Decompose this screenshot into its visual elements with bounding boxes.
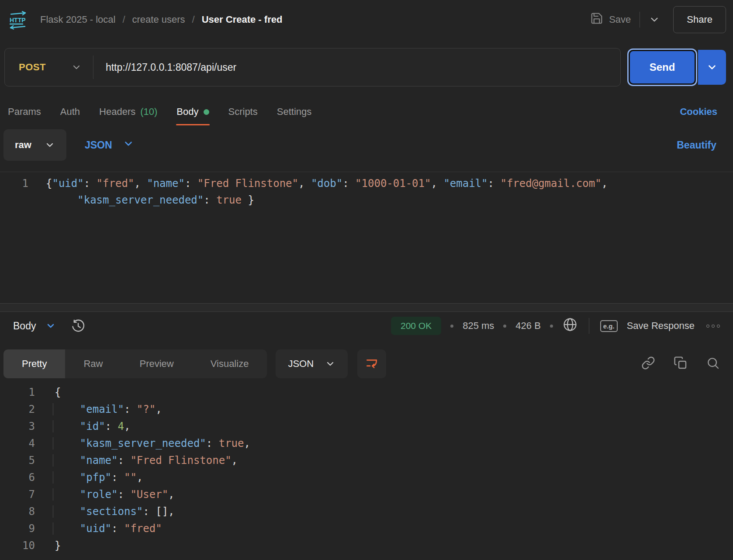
method-selector[interactable]: POST (5, 62, 93, 73)
response-toolbar: PrettyRawPreviewVisualize JSON (3, 349, 726, 378)
token-key: "role" (80, 488, 118, 501)
body-type-chevron-icon (45, 140, 55, 150)
code-content: "pfp": "", (55, 471, 143, 484)
code-content: "sections": [], (55, 505, 175, 518)
token-punc: : (111, 522, 124, 535)
token-punc: : (488, 177, 501, 190)
code-content: "id": 4, (55, 420, 130, 432)
app-header: HTTP Flask 2025 - local / create users /… (0, 0, 733, 39)
breadcrumb-folder[interactable]: create users (132, 14, 185, 25)
tab-params[interactable]: Params (8, 106, 41, 118)
response-history-icon[interactable] (71, 318, 86, 333)
breadcrumb-collection[interactable]: Flask 2025 - local (40, 14, 115, 25)
save-label: Save (609, 14, 631, 25)
code-line: 10} (0, 537, 733, 554)
token-punc: : (342, 177, 355, 190)
tab-label: Params (8, 106, 41, 118)
copy-icon[interactable] (674, 356, 688, 372)
tab-settings[interactable]: Settings (277, 106, 312, 118)
code-line: 6 "pfp": "", (0, 469, 733, 486)
token-punc (55, 454, 80, 467)
token-punc: , (602, 177, 608, 190)
code-content: "kasm_server_needed": true, (55, 437, 250, 449)
token-punc: , (244, 437, 250, 449)
token-punc: : (84, 177, 97, 190)
meta-separator-dot (450, 325, 453, 328)
response-time[interactable]: 825 ms (463, 320, 494, 332)
response-view-chevron-icon (45, 321, 56, 331)
indent-guide (53, 437, 53, 449)
share-button[interactable]: Share (673, 6, 726, 33)
request-body-editor[interactable]: 1{"uid": "fred", "name": "Fred Flinstone… (0, 172, 733, 303)
search-icon[interactable] (706, 356, 720, 372)
token-bool: true (216, 194, 242, 206)
link-icon[interactable] (641, 356, 655, 372)
response-view-tabs: PrettyRawPreviewVisualize (3, 349, 267, 378)
code-line: 7 "role": "User", (0, 486, 733, 503)
line-number: 9 (0, 522, 35, 535)
url-input[interactable]: POST http://127.0.0.1:8087/api/user (4, 48, 621, 86)
cookies-link[interactable]: Cookies (680, 106, 717, 118)
meta-separator-dot (503, 325, 506, 328)
token-punc: , (298, 177, 311, 190)
token-key: "email" (443, 177, 488, 190)
indent-guide (53, 505, 53, 518)
request-url[interactable]: http://127.0.0.1:8087/api/user (93, 62, 236, 73)
api-client-window: { "header": { "collection": "Flask 2025 … (0, 0, 733, 560)
network-globe-icon[interactable] (562, 317, 578, 335)
indent-guide (53, 420, 53, 432)
line-number: 3 (0, 420, 35, 432)
body-type-selector[interactable]: raw (3, 129, 66, 161)
token-punc: : (206, 437, 219, 449)
token-key: "email" (80, 403, 124, 415)
save-response-button[interactable]: Save Response (627, 320, 695, 332)
response-view-selector[interactable]: Body (13, 320, 56, 332)
line-number: 6 (0, 471, 35, 484)
tab-body[interactable]: Body (176, 106, 209, 118)
more-options-icon[interactable] (706, 325, 720, 328)
send-button[interactable]: Send (630, 51, 695, 83)
save-options-chevron-icon[interactable] (649, 14, 660, 25)
body-modified-dot (204, 109, 209, 115)
token-punc: , (431, 177, 443, 190)
response-tab-raw[interactable]: Raw (65, 349, 121, 378)
line-number: 8 (0, 505, 35, 518)
token-key: "uid" (80, 522, 111, 535)
token-punc: : (105, 420, 118, 432)
response-body-viewer: 1{2 "email": "?",3 "id": 4,4 "kasm_serve… (0, 384, 733, 554)
token-punc: , (232, 454, 238, 467)
tab-label: Scripts (228, 106, 258, 118)
code-line: 1{ (0, 384, 733, 401)
code-content: { (55, 386, 61, 398)
save-button[interactable]: Save (590, 12, 631, 28)
response-size[interactable]: 426 B (515, 320, 541, 332)
token-punc: , (137, 471, 143, 484)
send-options-chevron-icon[interactable] (698, 50, 726, 85)
token-punc: : (118, 454, 131, 467)
line-number: 10 (0, 539, 35, 552)
token-key: "kasm_server_needed" (80, 437, 206, 449)
wrap-text-button[interactable] (357, 349, 386, 378)
response-tab-visualize[interactable]: Visualize (192, 349, 267, 378)
code-content: "uid": "fred" (55, 522, 162, 535)
code-line: 8 "sections": [], (0, 503, 733, 520)
line-number: 5 (0, 454, 35, 467)
response-format-selector[interactable]: JSON (276, 349, 348, 378)
body-format-selector[interactable]: JSON (85, 138, 134, 152)
line-number: 2 (0, 403, 35, 415)
line-number: 1 (0, 386, 35, 398)
response-tab-pretty[interactable]: Pretty (3, 349, 65, 378)
tab-headers[interactable]: Headers(10) (99, 106, 157, 118)
code-content: "role": "User", (55, 488, 175, 501)
token-str: "fred" (124, 522, 162, 535)
tab-label: Settings (277, 106, 312, 118)
indent-guide (53, 471, 53, 484)
beautify-link[interactable]: Beautify (677, 139, 716, 151)
status-badge[interactable]: 200 OK (391, 317, 441, 335)
tab-scripts[interactable]: Scripts (228, 106, 258, 118)
pane-splitter[interactable] (0, 303, 733, 312)
response-tab-preview[interactable]: Preview (121, 349, 192, 378)
code-line: 4 "kasm_server_needed": true, (0, 435, 733, 452)
tab-auth[interactable]: Auth (60, 106, 80, 118)
token-punc: , (134, 177, 147, 190)
